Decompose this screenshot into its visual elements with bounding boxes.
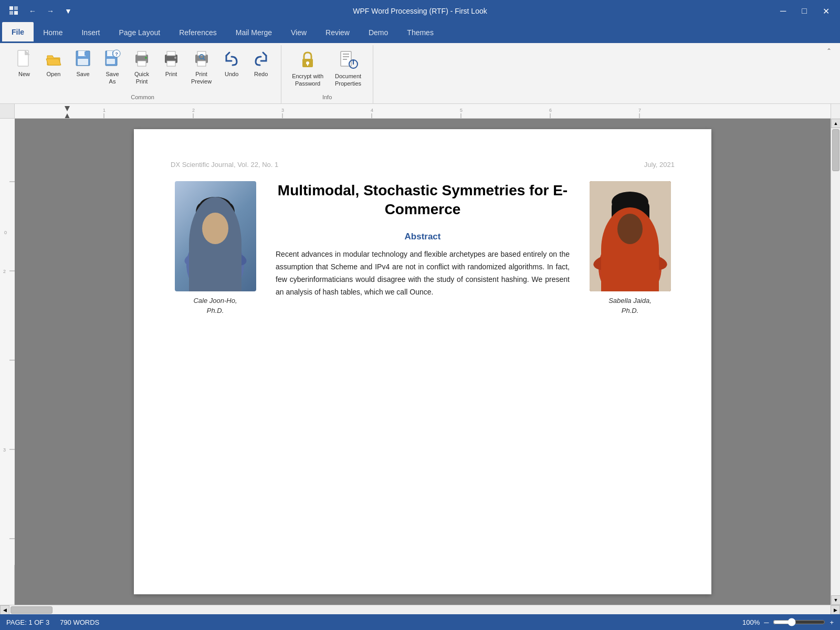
svg-rect-83 — [612, 202, 621, 239]
svg-rect-8 — [78, 59, 88, 65]
encrypt-button[interactable]: Encrypt withPassword — [288, 47, 328, 90]
tab-references[interactable]: References — [170, 22, 226, 43]
ruler-h-svg: 1 2 3 4 5 6 7 — [15, 104, 831, 119]
scroll-right-button[interactable]: ▶ — [831, 605, 840, 615]
ruler-corner — [0, 104, 15, 119]
svg-rect-77 — [620, 226, 642, 242]
svg-rect-80 — [625, 222, 636, 233]
horizontal-scrollbar[interactable]: ◀ ▶ — [0, 605, 840, 614]
print-button[interactable]: Print — [158, 47, 185, 80]
svg-rect-9 — [85, 51, 86, 56]
vertical-scrollbar[interactable]: ▲ ▼ — [831, 119, 840, 605]
new-icon — [15, 49, 34, 68]
svg-point-85 — [621, 214, 626, 219]
tab-review[interactable]: Review — [316, 22, 359, 43]
scroll-thumb-h[interactable] — [10, 606, 52, 614]
close-button[interactable]: ✕ — [818, 4, 834, 18]
tab-file[interactable]: File — [2, 22, 34, 43]
horizontal-ruler: 1 2 3 4 5 6 7 — [15, 104, 831, 119]
redo-qat-button[interactable]: → — [44, 5, 57, 17]
document-title: Multimodal, Stochastic Symmetries for E-… — [276, 181, 570, 219]
zoom-out-icon[interactable]: ─ — [764, 618, 769, 626]
scroll-down-button[interactable]: ▼ — [831, 595, 840, 605]
save-icon — [74, 49, 92, 68]
minimize-button[interactable]: ─ — [776, 4, 790, 18]
svg-point-19 — [145, 57, 147, 59]
svg-point-73 — [207, 216, 211, 222]
tab-themes[interactable]: Themes — [397, 22, 443, 43]
redo-ribbon-button[interactable]: Redo — [247, 47, 275, 80]
undo-qat-button[interactable]: ← — [26, 5, 39, 17]
svg-rect-34 — [343, 56, 349, 57]
document-properties-button[interactable]: DocumentProperties — [330, 47, 366, 90]
svg-rect-68 — [210, 223, 222, 235]
svg-rect-22 — [167, 61, 175, 66]
svg-rect-56 — [0, 119, 15, 565]
open-icon — [44, 49, 63, 68]
journal-header: DX Scientific Journal, Vol. 22, No. 1 — [171, 161, 278, 169]
svg-rect-17 — [138, 51, 146, 56]
svg-point-72 — [224, 203, 235, 222]
svg-text:?: ? — [115, 51, 118, 57]
scroll-thumb-v[interactable] — [832, 129, 839, 171]
save-as-button[interactable]: ? SaveAs — [99, 47, 126, 88]
svg-point-70 — [200, 197, 231, 214]
scroll-left-button[interactable]: ◀ — [0, 605, 9, 615]
date-header: July, 2021 — [644, 161, 675, 169]
title-bar: ← → ▼ WPF Word Processing (RTF) - First … — [0, 0, 840, 22]
tab-home[interactable]: Home — [34, 22, 72, 43]
tab-view[interactable]: View — [281, 22, 316, 43]
svg-rect-26 — [197, 61, 206, 66]
svg-text:5: 5 — [460, 108, 463, 113]
svg-rect-3 — [14, 11, 18, 15]
print-preview-button[interactable]: PrintPreview — [187, 47, 216, 88]
title-bar-left: ← → ▼ — [6, 4, 75, 18]
author-left-name: Cale Joon-Ho,Ph.D. — [193, 296, 237, 316]
status-bar: PAGE: 1 OF 3 790 WORDS 100% ─ + — [0, 614, 840, 630]
doc-content: Cale Joon-Ho,Ph.D. Multimodal, Stochasti… — [171, 181, 675, 316]
scroll-up-button[interactable]: ▲ — [831, 119, 840, 128]
quick-print-button[interactable]: QuickPrint — [128, 47, 155, 88]
undo-ribbon-button[interactable]: Undo — [218, 47, 245, 80]
svg-point-67 — [222, 249, 248, 268]
status-bar-right: 100% ─ + — [742, 618, 834, 626]
ruler-area: 1 2 3 4 5 6 7 — [0, 104, 840, 119]
author-right-svg — [590, 181, 671, 291]
new-button[interactable]: New — [10, 47, 38, 80]
zoom-slider[interactable] — [773, 618, 825, 626]
svg-point-69 — [200, 201, 231, 237]
quick-print-icon — [132, 49, 151, 68]
tab-mail-merge[interactable]: Mail Merge — [226, 22, 281, 43]
svg-point-76 — [598, 234, 662, 291]
tab-demo[interactable]: Demo — [359, 22, 397, 43]
ribbon-collapse-button[interactable]: ⌃ — [822, 45, 836, 103]
svg-point-74 — [220, 216, 224, 222]
zoom-level: 100% — [742, 618, 760, 626]
maximize-button[interactable]: □ — [797, 4, 811, 18]
author-left-photo — [175, 181, 256, 291]
save-button[interactable]: Save — [69, 47, 97, 80]
abstract-heading: Abstract — [276, 232, 570, 242]
ruler-corner-right — [831, 104, 840, 119]
author-left-section: Cale Joon-Ho,Ph.D. — [171, 181, 260, 316]
svg-rect-33 — [343, 54, 349, 55]
tab-insert[interactable]: Insert — [72, 22, 109, 43]
author-right-name: Sabella Jaida,Ph.D. — [608, 296, 652, 316]
svg-point-38 — [353, 60, 354, 62]
app-icon-button[interactable] — [6, 4, 21, 18]
main-area: 2 3 0 DX Scientific Journal, Vol. 22, No… — [0, 119, 840, 605]
scroll-track-h[interactable] — [9, 605, 831, 614]
document-properties-icon — [338, 49, 359, 70]
open-button[interactable]: Open — [40, 47, 67, 80]
author-right-photo — [590, 181, 671, 291]
qat-dropdown-button[interactable]: ▼ — [62, 5, 75, 17]
doc-main: Multimodal, Stochastic Symmetries for E-… — [276, 181, 570, 299]
tab-bar: File Home Insert Page Layout References … — [0, 22, 840, 43]
svg-rect-2 — [9, 11, 13, 15]
document-area[interactable]: DX Scientific Journal, Vol. 22, No. 1 Ju… — [15, 119, 831, 605]
svg-rect-0 — [9, 6, 13, 10]
scroll-track-v[interactable] — [831, 128, 840, 595]
zoom-in-icon[interactable]: + — [830, 618, 834, 626]
tab-page-layout[interactable]: Page Layout — [110, 22, 170, 43]
ribbon-group-info: Encrypt withPassword — [281, 45, 373, 103]
